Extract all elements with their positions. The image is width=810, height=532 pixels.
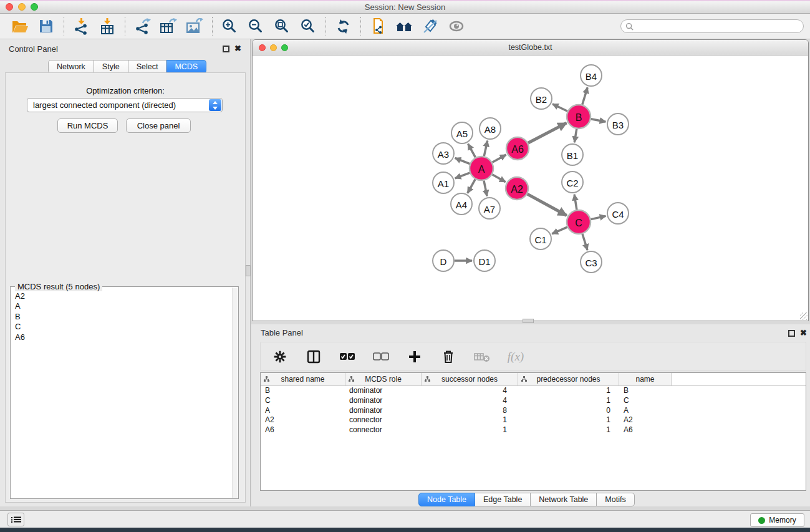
graph-node-A6[interactable]: A6 xyxy=(506,137,529,160)
mcds-result-item[interactable]: C xyxy=(11,322,232,332)
table-cell[interactable]: connector xyxy=(345,415,422,425)
column-header-successor-nodes[interactable]: successor nodes xyxy=(422,373,518,385)
add-column-plus-icon[interactable] xyxy=(405,347,424,366)
close-panel-button[interactable]: Close panel xyxy=(126,118,191,133)
table-cell[interactable]: A6 xyxy=(261,425,345,435)
graph-node-A[interactable]: A xyxy=(470,157,493,180)
table-cell[interactable]: 0 xyxy=(518,406,619,416)
graph-edge-A-A7[interactable] xyxy=(484,181,487,196)
table-cell[interactable]: 1 xyxy=(518,425,619,435)
float-table-panel-icon[interactable] xyxy=(788,330,795,337)
table-row[interactable]: A6connector11A6 xyxy=(261,425,806,435)
graph-edge-B-B1[interactable] xyxy=(574,129,577,143)
column-header-shared-name[interactable]: shared name xyxy=(261,373,345,385)
delete-table-icon[interactable] xyxy=(473,347,491,366)
graph-edge-C-C4[interactable] xyxy=(591,216,606,219)
graph-edge-A-A2[interactable] xyxy=(492,175,505,182)
select-all-columns-icon[interactable] xyxy=(338,347,357,366)
graph-node-B2[interactable]: B2 xyxy=(531,88,552,109)
table-row[interactable]: Bdominator41B xyxy=(261,386,806,396)
table-cell[interactable]: 1 xyxy=(422,415,518,425)
column-header-MCDS-role[interactable]: MCDS role xyxy=(345,373,422,385)
zoom-fit-icon[interactable] xyxy=(271,16,293,37)
column-header-name[interactable]: name xyxy=(619,373,672,385)
table-settings-gear-icon[interactable] xyxy=(271,347,289,366)
deselect-all-columns-icon[interactable] xyxy=(372,347,390,366)
graph-edge-C-C3[interactable] xyxy=(582,234,587,250)
graph-node-B4[interactable]: B4 xyxy=(581,65,602,86)
tab-select[interactable]: Select xyxy=(128,60,167,74)
graph-edge-A2-C[interactable] xyxy=(528,194,567,215)
graph-edge-B-B2[interactable] xyxy=(552,104,567,112)
graph-node-C2[interactable]: C2 xyxy=(562,172,583,193)
split-view-icon[interactable] xyxy=(304,347,323,366)
graph-node-D1[interactable]: D1 xyxy=(474,250,495,271)
zoom-out-icon[interactable] xyxy=(244,16,267,37)
mcds-result-item[interactable]: B xyxy=(11,311,232,322)
tab-node-table[interactable]: Node Table xyxy=(418,493,475,506)
refresh-icon[interactable] xyxy=(332,16,354,37)
open-session-icon[interactable] xyxy=(9,16,31,37)
graph-edge-A6-B[interactable] xyxy=(528,123,567,143)
graph-edge-C-C2[interactable] xyxy=(574,195,577,210)
table-cell[interactable]: connector xyxy=(345,425,422,435)
graph-node-A5[interactable]: A5 xyxy=(451,122,473,143)
float-panel-icon[interactable] xyxy=(223,46,229,52)
table-cell[interactable]: A xyxy=(261,406,345,416)
table-cell[interactable]: dominator xyxy=(345,396,422,406)
graph-node-A8[interactable]: A8 xyxy=(480,118,501,139)
table-cell[interactable]: dominator xyxy=(345,386,422,396)
mcds-result-item[interactable]: A2 xyxy=(11,291,232,301)
table-cell[interactable]: 4 xyxy=(422,386,518,396)
search-field[interactable] xyxy=(620,19,804,33)
table-cell[interactable]: 1 xyxy=(518,396,619,406)
table-cell[interactable]: A6 xyxy=(619,425,672,435)
graph-node-B[interactable]: B xyxy=(567,105,591,128)
export-table-icon[interactable] xyxy=(157,16,180,37)
graph-node-B3[interactable]: B3 xyxy=(607,114,629,135)
save-session-icon[interactable] xyxy=(35,16,57,37)
table-row[interactable]: Cdominator41C xyxy=(261,396,806,406)
graph-node-D[interactable]: D xyxy=(433,250,454,271)
graph-edge-A-A5[interactable] xyxy=(468,144,476,158)
zoom-in-icon[interactable] xyxy=(218,16,241,37)
memory-button[interactable]: Memory xyxy=(750,513,804,527)
graph-edge-A-A1[interactable] xyxy=(455,173,470,178)
network-window-titlebar[interactable]: testGlobe.txt xyxy=(253,40,808,56)
graph-node-A2[interactable]: A2 xyxy=(506,177,528,200)
table-cell[interactable]: 1 xyxy=(518,386,619,396)
export-image-icon[interactable] xyxy=(183,16,206,37)
function-builder-icon[interactable]: f(x) xyxy=(506,347,525,366)
table-cell[interactable]: A xyxy=(619,406,672,416)
mcds-result-item[interactable]: A6 xyxy=(11,332,232,342)
new-network-from-selection-icon[interactable] xyxy=(367,16,389,37)
graph-edge-A-A4[interactable] xyxy=(468,179,475,193)
table-cell[interactable]: A2 xyxy=(619,415,672,425)
tab-motifs[interactable]: Motifs xyxy=(597,493,634,506)
tab-edge-table[interactable]: Edge Table xyxy=(475,493,531,506)
graph-node-A4[interactable]: A4 xyxy=(451,193,472,215)
criterion-dropdown[interactable]: largest connected component (directed) xyxy=(27,98,223,112)
table-cell[interactable]: B xyxy=(261,386,345,396)
tab-mcds[interactable]: MCDS xyxy=(166,60,206,74)
search-input[interactable] xyxy=(636,21,803,32)
table-row[interactable]: A2connector11A2 xyxy=(261,415,806,425)
table-cell[interactable]: 8 xyxy=(422,406,518,416)
graph-node-C[interactable]: C xyxy=(567,210,591,234)
graph-node-A3[interactable]: A3 xyxy=(433,143,454,164)
graph-edge-A-A6[interactable] xyxy=(493,155,506,162)
table-cell[interactable]: dominator xyxy=(345,406,422,416)
import-network-icon[interactable] xyxy=(70,16,92,37)
hide-annotations-pen-icon[interactable] xyxy=(419,16,441,37)
close-table-panel-icon[interactable]: ✖ xyxy=(800,328,807,337)
graph-node-B1[interactable]: B1 xyxy=(562,144,583,165)
table-cell[interactable]: 1 xyxy=(422,425,518,435)
graph-edge-A-A8[interactable] xyxy=(484,141,487,157)
result-scrollbar[interactable] xyxy=(232,288,238,498)
graph-edge-B-B3[interactable] xyxy=(591,119,606,122)
table-cell[interactable]: C xyxy=(261,396,345,406)
table-cell[interactable]: 1 xyxy=(518,415,619,425)
tab-network-table[interactable]: Network Table xyxy=(531,493,597,506)
tab-style[interactable]: Style xyxy=(94,60,128,74)
resize-grip[interactable] xyxy=(800,312,808,320)
